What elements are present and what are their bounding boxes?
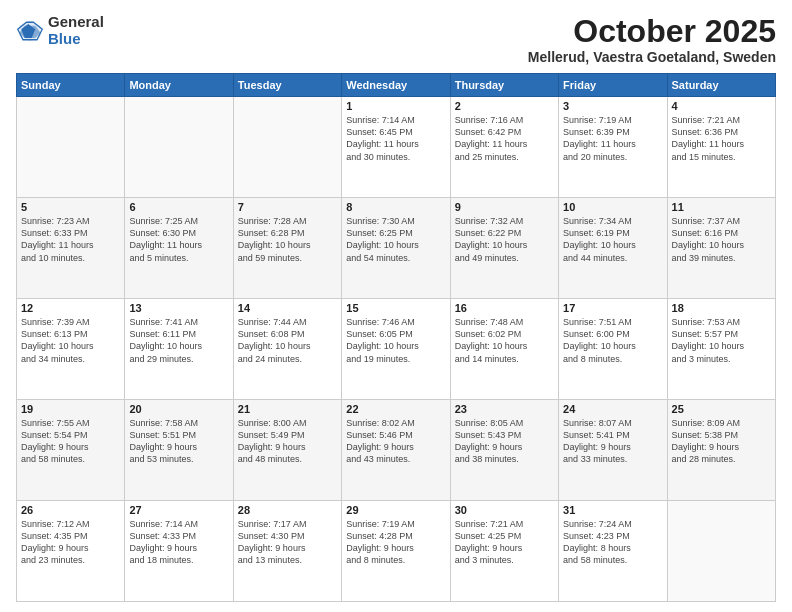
day-number: 1 xyxy=(346,100,445,112)
day-number: 9 xyxy=(455,201,554,213)
location: Mellerud, Vaestra Goetaland, Sweden xyxy=(528,49,776,65)
day-number: 18 xyxy=(672,302,771,314)
day-info: Sunrise: 7:58 AM Sunset: 5:51 PM Dayligh… xyxy=(129,417,228,466)
col-thursday: Thursday xyxy=(450,74,558,97)
day-number: 21 xyxy=(238,403,337,415)
calendar-cell: 15Sunrise: 7:46 AM Sunset: 6:05 PM Dayli… xyxy=(342,299,450,400)
day-info: Sunrise: 7:24 AM Sunset: 4:23 PM Dayligh… xyxy=(563,518,662,567)
day-number: 27 xyxy=(129,504,228,516)
day-info: Sunrise: 8:07 AM Sunset: 5:41 PM Dayligh… xyxy=(563,417,662,466)
day-info: Sunrise: 7:41 AM Sunset: 6:11 PM Dayligh… xyxy=(129,316,228,365)
day-number: 3 xyxy=(563,100,662,112)
header: General Blue October 2025 Mellerud, Vaes… xyxy=(16,14,776,65)
day-info: Sunrise: 8:05 AM Sunset: 5:43 PM Dayligh… xyxy=(455,417,554,466)
day-number: 2 xyxy=(455,100,554,112)
day-number: 4 xyxy=(672,100,771,112)
day-info: Sunrise: 7:39 AM Sunset: 6:13 PM Dayligh… xyxy=(21,316,120,365)
day-info: Sunrise: 8:00 AM Sunset: 5:49 PM Dayligh… xyxy=(238,417,337,466)
calendar-cell: 12Sunrise: 7:39 AM Sunset: 6:13 PM Dayli… xyxy=(17,299,125,400)
day-info: Sunrise: 7:14 AM Sunset: 4:33 PM Dayligh… xyxy=(129,518,228,567)
day-info: Sunrise: 7:19 AM Sunset: 6:39 PM Dayligh… xyxy=(563,114,662,163)
title-block: October 2025 Mellerud, Vaestra Goetaland… xyxy=(528,14,776,65)
calendar-cell: 21Sunrise: 8:00 AM Sunset: 5:49 PM Dayli… xyxy=(233,400,341,501)
day-number: 15 xyxy=(346,302,445,314)
day-number: 22 xyxy=(346,403,445,415)
day-number: 12 xyxy=(21,302,120,314)
col-friday: Friday xyxy=(559,74,667,97)
day-number: 24 xyxy=(563,403,662,415)
day-number: 25 xyxy=(672,403,771,415)
col-saturday: Saturday xyxy=(667,74,775,97)
calendar-cell: 8Sunrise: 7:30 AM Sunset: 6:25 PM Daylig… xyxy=(342,198,450,299)
col-tuesday: Tuesday xyxy=(233,74,341,97)
calendar-cell: 5Sunrise: 7:23 AM Sunset: 6:33 PM Daylig… xyxy=(17,198,125,299)
calendar-cell xyxy=(125,97,233,198)
day-info: Sunrise: 7:21 AM Sunset: 4:25 PM Dayligh… xyxy=(455,518,554,567)
day-info: Sunrise: 7:55 AM Sunset: 5:54 PM Dayligh… xyxy=(21,417,120,466)
month-title: October 2025 xyxy=(528,14,776,49)
logo-icon xyxy=(16,17,44,45)
day-info: Sunrise: 7:25 AM Sunset: 6:30 PM Dayligh… xyxy=(129,215,228,264)
calendar-cell: 6Sunrise: 7:25 AM Sunset: 6:30 PM Daylig… xyxy=(125,198,233,299)
day-number: 13 xyxy=(129,302,228,314)
day-number: 6 xyxy=(129,201,228,213)
col-wednesday: Wednesday xyxy=(342,74,450,97)
calendar-table: Sunday Monday Tuesday Wednesday Thursday… xyxy=(16,73,776,602)
calendar-cell xyxy=(233,97,341,198)
calendar-cell: 2Sunrise: 7:16 AM Sunset: 6:42 PM Daylig… xyxy=(450,97,558,198)
week-row-1: 1Sunrise: 7:14 AM Sunset: 6:45 PM Daylig… xyxy=(17,97,776,198)
day-number: 14 xyxy=(238,302,337,314)
calendar-cell: 18Sunrise: 7:53 AM Sunset: 5:57 PM Dayli… xyxy=(667,299,775,400)
day-number: 23 xyxy=(455,403,554,415)
day-number: 10 xyxy=(563,201,662,213)
calendar-cell: 30Sunrise: 7:21 AM Sunset: 4:25 PM Dayli… xyxy=(450,501,558,602)
calendar-cell: 31Sunrise: 7:24 AM Sunset: 4:23 PM Dayli… xyxy=(559,501,667,602)
logo-blue: Blue xyxy=(48,31,104,48)
day-info: Sunrise: 7:23 AM Sunset: 6:33 PM Dayligh… xyxy=(21,215,120,264)
calendar-cell: 22Sunrise: 8:02 AM Sunset: 5:46 PM Dayli… xyxy=(342,400,450,501)
week-row-4: 19Sunrise: 7:55 AM Sunset: 5:54 PM Dayli… xyxy=(17,400,776,501)
day-info: Sunrise: 7:51 AM Sunset: 6:00 PM Dayligh… xyxy=(563,316,662,365)
day-info: Sunrise: 7:30 AM Sunset: 6:25 PM Dayligh… xyxy=(346,215,445,264)
calendar-cell: 25Sunrise: 8:09 AM Sunset: 5:38 PM Dayli… xyxy=(667,400,775,501)
calendar-cell: 10Sunrise: 7:34 AM Sunset: 6:19 PM Dayli… xyxy=(559,198,667,299)
day-info: Sunrise: 8:02 AM Sunset: 5:46 PM Dayligh… xyxy=(346,417,445,466)
calendar-header-row: Sunday Monday Tuesday Wednesday Thursday… xyxy=(17,74,776,97)
day-number: 7 xyxy=(238,201,337,213)
calendar-cell: 16Sunrise: 7:48 AM Sunset: 6:02 PM Dayli… xyxy=(450,299,558,400)
day-number: 8 xyxy=(346,201,445,213)
day-info: Sunrise: 7:14 AM Sunset: 6:45 PM Dayligh… xyxy=(346,114,445,163)
calendar-cell: 11Sunrise: 7:37 AM Sunset: 6:16 PM Dayli… xyxy=(667,198,775,299)
calendar-cell: 7Sunrise: 7:28 AM Sunset: 6:28 PM Daylig… xyxy=(233,198,341,299)
day-info: Sunrise: 7:46 AM Sunset: 6:05 PM Dayligh… xyxy=(346,316,445,365)
day-number: 11 xyxy=(672,201,771,213)
logo-general: General xyxy=(48,14,104,31)
calendar-cell: 19Sunrise: 7:55 AM Sunset: 5:54 PM Dayli… xyxy=(17,400,125,501)
week-row-3: 12Sunrise: 7:39 AM Sunset: 6:13 PM Dayli… xyxy=(17,299,776,400)
day-info: Sunrise: 7:37 AM Sunset: 6:16 PM Dayligh… xyxy=(672,215,771,264)
calendar-cell: 29Sunrise: 7:19 AM Sunset: 4:28 PM Dayli… xyxy=(342,501,450,602)
calendar-cell: 9Sunrise: 7:32 AM Sunset: 6:22 PM Daylig… xyxy=(450,198,558,299)
calendar-cell: 14Sunrise: 7:44 AM Sunset: 6:08 PM Dayli… xyxy=(233,299,341,400)
day-info: Sunrise: 7:17 AM Sunset: 4:30 PM Dayligh… xyxy=(238,518,337,567)
calendar-cell: 26Sunrise: 7:12 AM Sunset: 4:35 PM Dayli… xyxy=(17,501,125,602)
col-monday: Monday xyxy=(125,74,233,97)
calendar-cell: 4Sunrise: 7:21 AM Sunset: 6:36 PM Daylig… xyxy=(667,97,775,198)
logo-text: General Blue xyxy=(48,14,104,47)
day-info: Sunrise: 7:12 AM Sunset: 4:35 PM Dayligh… xyxy=(21,518,120,567)
day-info: Sunrise: 7:53 AM Sunset: 5:57 PM Dayligh… xyxy=(672,316,771,365)
week-row-2: 5Sunrise: 7:23 AM Sunset: 6:33 PM Daylig… xyxy=(17,198,776,299)
calendar-cell: 13Sunrise: 7:41 AM Sunset: 6:11 PM Dayli… xyxy=(125,299,233,400)
calendar-cell xyxy=(667,501,775,602)
logo: General Blue xyxy=(16,14,104,47)
day-number: 29 xyxy=(346,504,445,516)
day-number: 28 xyxy=(238,504,337,516)
day-number: 26 xyxy=(21,504,120,516)
day-info: Sunrise: 7:28 AM Sunset: 6:28 PM Dayligh… xyxy=(238,215,337,264)
calendar-cell: 3Sunrise: 7:19 AM Sunset: 6:39 PM Daylig… xyxy=(559,97,667,198)
day-number: 20 xyxy=(129,403,228,415)
day-number: 16 xyxy=(455,302,554,314)
day-info: Sunrise: 8:09 AM Sunset: 5:38 PM Dayligh… xyxy=(672,417,771,466)
day-info: Sunrise: 7:32 AM Sunset: 6:22 PM Dayligh… xyxy=(455,215,554,264)
day-info: Sunrise: 7:34 AM Sunset: 6:19 PM Dayligh… xyxy=(563,215,662,264)
